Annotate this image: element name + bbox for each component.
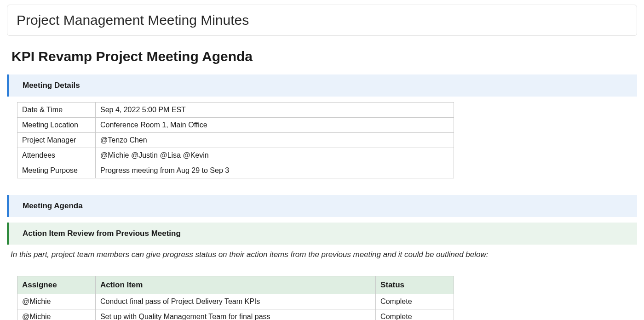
section-header-meeting-agenda: Meeting Agenda — [7, 195, 637, 217]
table-row: @Michie Conduct final pass of Project De… — [17, 294, 454, 309]
section-label: Meeting Details — [23, 81, 80, 90]
table-header-row: Assignee Action Item Status — [17, 276, 454, 294]
meeting-details-table: Date & Time Sep 4, 2022 5:00 PM EST Meet… — [17, 102, 454, 178]
detail-value: @Michie @Justin @Lisa @Kevin — [96, 148, 454, 163]
detail-value: @Tenzo Chen — [96, 133, 454, 148]
detail-label: Attendees — [17, 148, 96, 163]
cell-action-item: Set up with Quality Management Team for … — [95, 309, 375, 320]
table-row: Attendees @Michie @Justin @Lisa @Kevin — [17, 148, 454, 163]
cell-status: Complete — [376, 309, 454, 320]
table-row: Meeting Purpose Progress meeting from Au… — [17, 163, 454, 178]
page-title: KPI Revamp Project Meeting Agenda — [12, 49, 637, 64]
col-header-action-item: Action Item — [95, 276, 375, 294]
detail-value: Conference Room 1, Main Office — [96, 118, 454, 133]
detail-label: Project Manager — [17, 133, 96, 148]
section-label: Meeting Agenda — [23, 201, 83, 211]
detail-value: Sep 4, 2022 5:00 PM EST — [96, 103, 454, 118]
detail-label: Meeting Location — [17, 118, 96, 133]
section-header-meeting-details: Meeting Details — [7, 74, 637, 97]
table-row: @Michie Set up with Quality Management T… — [17, 309, 454, 320]
table-row: Meeting Location Conference Room 1, Main… — [17, 118, 454, 133]
cell-action-item: Conduct final pass of Project Delivery T… — [95, 294, 375, 309]
section-header-action-review: Action Item Review from Previous Meeting — [7, 223, 637, 245]
cell-assignee: @Michie — [17, 294, 96, 309]
detail-label: Meeting Purpose — [17, 163, 96, 178]
col-header-status: Status — [376, 276, 454, 294]
table-row: Project Manager @Tenzo Chen — [17, 133, 454, 148]
action-review-note: In this part, project team members can g… — [11, 250, 637, 259]
cell-status: Complete — [376, 294, 454, 309]
detail-label: Date & Time — [17, 103, 96, 118]
card-title: Project Management Meeting Minutes — [17, 12, 627, 28]
detail-value: Progress meeting from Aug 29 to Sep 3 — [96, 163, 454, 178]
cell-assignee: @Michie — [17, 309, 96, 320]
table-row: Date & Time Sep 4, 2022 5:00 PM EST — [17, 103, 454, 118]
section-label: Action Item Review from Previous Meeting — [23, 229, 181, 238]
title-card: Project Management Meeting Minutes — [7, 5, 637, 36]
action-items-table: Assignee Action Item Status @Michie Cond… — [17, 276, 454, 320]
col-header-assignee: Assignee — [17, 276, 96, 294]
